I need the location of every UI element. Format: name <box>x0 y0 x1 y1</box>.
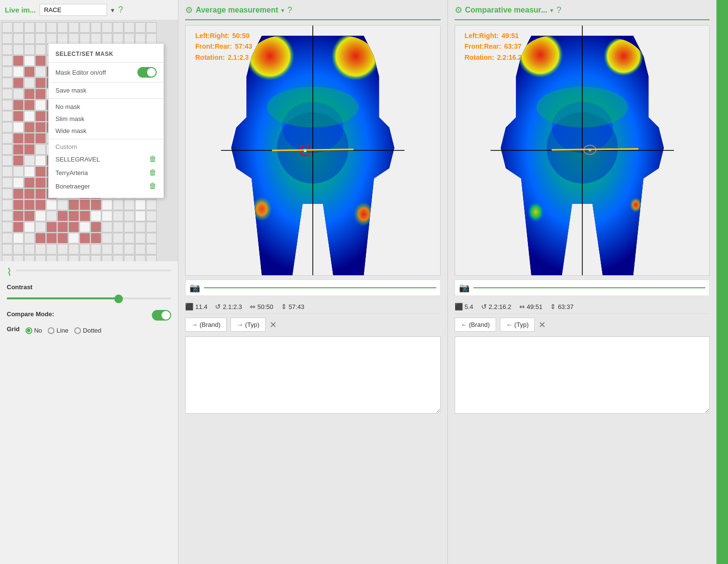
comparative-panel: ⚙ Comparative measur... ▾ ? Left:Right:4… <box>448 0 717 564</box>
grid-dotted-option[interactable]: Dotted <box>74 327 101 334</box>
avg-typ-button[interactable]: → (Typ) <box>230 318 266 332</box>
sensor-cell <box>2 100 13 110</box>
help-icon[interactable]: ? <box>118 5 123 15</box>
race-dropdown-button[interactable]: ▾ <box>111 6 114 14</box>
contrast-slider[interactable] <box>7 294 171 303</box>
average-panel: ⚙ Average measurement ▾ ? Left:Right:50:… <box>178 0 448 564</box>
sensor-cell <box>35 100 46 110</box>
sensor-cell <box>13 78 24 88</box>
mask-editor-toggle[interactable] <box>137 67 157 78</box>
avg-clear-button[interactable]: ✕ <box>270 320 277 330</box>
race-input[interactable] <box>40 4 107 16</box>
sensor-cell <box>13 155 24 166</box>
comp-fr-label: Front:Rear: <box>465 42 501 50</box>
average-action-buttons: → (Brand) → (Typ) ✕ <box>185 318 441 332</box>
grid-no-radio[interactable] <box>26 327 32 334</box>
avg-value-icon: ⬛ <box>185 303 193 310</box>
custom-item-1[interactable]: SELLEGRAVEL 🗑 <box>49 152 163 166</box>
comp-metric-3: ⇔ 49:51 <box>519 303 543 310</box>
no-mask-row[interactable]: No mask <box>49 101 163 113</box>
sensor-cell <box>2 78 13 88</box>
avg-lr-icon: ⇔ <box>250 303 256 310</box>
compare-mode-toggle[interactable] <box>152 310 171 321</box>
grid-no-label: No <box>34 327 42 334</box>
sensor-cell <box>24 144 35 155</box>
sensor-cell <box>2 67 13 77</box>
avg-typ-arrow: → <box>237 321 243 328</box>
sensor-cell <box>24 122 35 133</box>
wide-mask-row[interactable]: Wide mask <box>49 125 163 137</box>
custom-item-2[interactable]: TerryArteria 🗑 <box>49 166 163 179</box>
delete-terryarteria-icon[interactable]: 🗑 <box>149 168 157 177</box>
comparative-snapshot-bar: 📷 <box>455 280 710 296</box>
average-notes[interactable] <box>185 336 441 414</box>
slim-mask-row[interactable]: Slim mask <box>49 113 163 125</box>
right-edge <box>716 0 728 564</box>
comp-brand-button[interactable]: ← (Brand) <box>455 318 496 332</box>
sensor-cell <box>135 33 146 44</box>
comp-rot-value: 2.2:16.2 <box>497 54 522 61</box>
comp-metric-rotation: 2.2:16.2 <box>489 303 512 310</box>
avg-metric-2: ↺ 2.1:2.3 <box>215 303 242 310</box>
sensor-cell <box>135 244 146 255</box>
comp-metric-lr: 49:51 <box>527 303 543 310</box>
sensor-cell <box>2 177 13 188</box>
contrast-thumb[interactable] <box>114 295 123 303</box>
comp-rotation-icon: ↺ <box>481 303 487 310</box>
grid-dotted-radio[interactable] <box>74 327 81 334</box>
grid-line-option[interactable]: Line <box>48 327 68 334</box>
comparative-help-icon[interactable]: ? <box>556 5 561 15</box>
sensor-cell <box>124 244 135 255</box>
sensor-cell <box>135 22 146 33</box>
sensor-cell <box>57 244 68 255</box>
average-dropdown-icon[interactable]: ▾ <box>281 7 284 14</box>
sensor-cell <box>13 255 24 261</box>
sensor-cell <box>46 233 57 243</box>
sensor-cell <box>68 244 79 255</box>
delete-sellegravel-icon[interactable]: 🗑 <box>149 155 157 163</box>
average-help-icon[interactable]: ? <box>287 5 292 15</box>
comparative-snapshot-icon[interactable]: 📷 <box>459 282 470 293</box>
sensor-cell <box>24 177 35 188</box>
sensor-cell <box>35 33 46 44</box>
comparative-dropdown-icon[interactable]: ▾ <box>550 7 553 14</box>
sensor-cell <box>68 211 79 221</box>
sensor-cell <box>146 255 157 261</box>
mask-editor-row[interactable]: Mask Editor on/off <box>49 65 163 80</box>
svg-point-5 <box>328 168 379 229</box>
grid-dotted-label: Dotted <box>83 327 101 334</box>
sensor-cell <box>35 89 46 99</box>
svg-point-18 <box>605 168 646 219</box>
sensor-cell <box>13 200 24 210</box>
sensor-cell <box>57 222 68 232</box>
sensor-cell <box>13 100 24 110</box>
sensor-cell <box>35 166 46 177</box>
no-mask-label: No mask <box>55 103 80 110</box>
sensor-cell <box>24 133 35 144</box>
sensor-cell <box>46 211 57 221</box>
comp-metric-1: ⬛ 5.4 <box>455 303 473 310</box>
custom-item-3[interactable]: Bonetraeger 🗑 <box>49 179 163 193</box>
grid-row: Grid No Line Dotted <box>7 325 171 336</box>
sensor-cell <box>46 200 57 210</box>
sensor-cell <box>68 255 79 261</box>
comp-clear-button[interactable]: ✕ <box>539 320 546 330</box>
delete-bonetraeger-icon[interactable]: 🗑 <box>149 182 157 190</box>
sensor-cell <box>2 89 13 99</box>
sensor-cell <box>2 211 13 221</box>
sensor-cell <box>102 255 112 261</box>
sensor-cell <box>102 222 112 232</box>
save-mask-row[interactable]: Save mask <box>49 84 163 96</box>
sensor-cell <box>35 222 46 232</box>
sensor-cell <box>124 200 135 210</box>
grid-line-label: Line <box>56 327 68 334</box>
comp-typ-button[interactable]: ← (Typ) <box>500 318 535 332</box>
grid-line-radio[interactable] <box>48 327 54 334</box>
avg-brand-button[interactable]: → (Brand) <box>185 318 227 332</box>
custom-item-2-label: TerryArteria <box>55 169 88 176</box>
average-snapshot-icon[interactable]: 📷 <box>189 282 200 293</box>
comparative-notes[interactable] <box>455 336 710 414</box>
sensor-cell <box>13 244 24 255</box>
grid-no-option[interactable]: No <box>26 327 42 334</box>
contrast-fill <box>7 297 119 299</box>
